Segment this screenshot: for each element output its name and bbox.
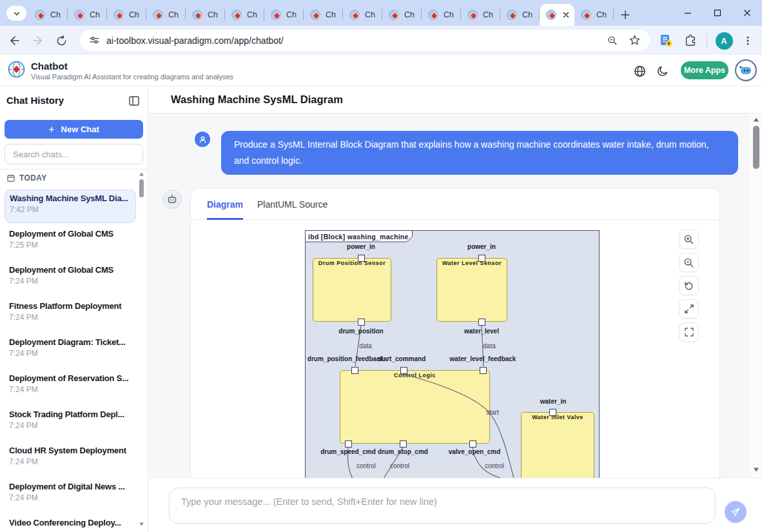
favicon-icon	[35, 10, 45, 20]
more-apps-button[interactable]: More Apps	[681, 61, 728, 79]
forward-button[interactable]	[29, 32, 47, 50]
address-bar[interactable]: ai-toolbox.visual-paradigm.com/app/chatb…	[80, 30, 650, 51]
diagram-port-label: power_in	[467, 243, 496, 250]
browser-tab[interactable]: Ch	[225, 4, 264, 26]
diagram-port	[469, 440, 476, 448]
expand-button[interactable]	[679, 299, 699, 319]
chat-item-title: Washing Machine SysML Dia...	[10, 193, 131, 203]
chat-history-item[interactable]: Cloud HR System Deployment7:24 PM	[5, 442, 136, 476]
bookmark-star-icon[interactable]	[629, 34, 641, 46]
chat-item-time: 7:25 PM	[9, 241, 132, 250]
chat-history-item[interactable]: Deployment of Reservation S...7:24 PM	[5, 370, 136, 404]
browser-tab[interactable]: Ch	[574, 4, 614, 26]
url-text[interactable]: ai-toolbox.visual-paradigm.com/app/chatb…	[106, 35, 607, 46]
minimize-button[interactable]	[673, 0, 703, 26]
browser-tab[interactable]: Ch	[28, 4, 68, 26]
diagram-port	[549, 409, 556, 416]
browser-tab[interactable]: Ch	[186, 4, 225, 26]
diagram-flow-label: data	[359, 342, 371, 350]
browser-tab[interactable]: Ch	[382, 4, 422, 26]
fullscreen-button[interactable]	[679, 322, 699, 342]
scroll-up-icon[interactable]	[753, 117, 759, 123]
diagram-port	[351, 367, 358, 374]
browser-tab[interactable]: Ch	[146, 4, 186, 26]
chat-history-item[interactable]: Washing Machine SysML Dia...7:42 PM	[5, 190, 136, 223]
browser-tab[interactable]: Ch	[461, 4, 500, 26]
zoom-in-button[interactable]	[679, 230, 699, 249]
chat-item-time: 7:42 PM	[10, 205, 131, 214]
message-input[interactable]	[170, 488, 715, 515]
chat-history-item[interactable]: Fitness Platform Deployment7:24 PM	[5, 298, 136, 331]
chat-history-title: Chat History	[6, 95, 64, 106]
calendar-icon	[7, 174, 15, 182]
sidebar-toggle-icon[interactable]	[128, 94, 141, 107]
toolbar-divider	[707, 34, 707, 48]
site-settings-icon[interactable]	[89, 35, 100, 46]
tab-diagram[interactable]: Diagram	[207, 189, 243, 220]
diagram-port	[400, 367, 407, 374]
reload-button[interactable]	[52, 32, 70, 50]
chat-history-item[interactable]: Deployment Diagram: Ticket...7:24 PM	[5, 334, 136, 368]
sidebar-scroll-up-icon[interactable]	[139, 172, 144, 177]
browser-tab[interactable]: Ch	[107, 4, 146, 26]
diagram-port	[358, 255, 365, 262]
chat-item-time: 7:24 PM	[9, 493, 132, 502]
chatbot-widget-icon[interactable]	[735, 59, 757, 81]
diagram-port-label: power_in	[347, 243, 375, 250]
chat-item-title: Video Conferencing Deploy...	[9, 518, 132, 527]
window-controls	[673, 0, 762, 26]
close-window-button[interactable]	[732, 0, 762, 26]
language-globe-icon[interactable]	[632, 64, 647, 78]
browser-menu-icon[interactable]	[739, 32, 757, 50]
favicon-icon	[349, 10, 360, 20]
section-today: TODAY	[7, 173, 47, 182]
send-button[interactable]	[725, 501, 747, 523]
card-tabs: Diagram PlantUML Source	[191, 189, 719, 220]
favicon-icon	[231, 10, 242, 20]
back-button[interactable]	[5, 32, 23, 50]
browser-tab[interactable]: Ch	[343, 4, 382, 26]
browser-tab-active[interactable]	[540, 4, 574, 26]
diagram-port-label: water_level	[464, 328, 499, 335]
search-in-page-icon[interactable]	[607, 35, 618, 46]
diagram-port-label: valve_open_cmd	[449, 448, 501, 455]
chat-history-item[interactable]: Deployment of Digital News ...7:24 PM	[5, 478, 136, 512]
sidebar-scrollbar-thumb[interactable]	[139, 179, 144, 197]
zoom-out-button[interactable]	[679, 253, 699, 272]
search-chats-box[interactable]	[5, 144, 143, 164]
sidebar-scroll-down-icon[interactable]	[139, 522, 144, 527]
chat-item-title: Deployment of Digital News ...	[9, 482, 132, 491]
search-chats-input[interactable]	[5, 144, 142, 164]
user-message-bubble: Produce a SysML Internal Block Diagram t…	[221, 131, 738, 175]
browser-tab[interactable]: Ch	[304, 4, 343, 26]
main-title-bar: Washing Machine SysML Diagram	[149, 86, 762, 113]
browser-tab[interactable]: Ch	[68, 4, 107, 26]
new-tab-button[interactable]	[616, 4, 635, 26]
extensions-icon[interactable]	[681, 32, 699, 50]
reset-view-button[interactable]	[679, 276, 699, 295]
dark-mode-moon-icon[interactable]	[656, 64, 670, 78]
chat-history-item[interactable]: Video Conferencing Deploy...	[5, 515, 136, 532]
new-chat-button[interactable]: + New Chat	[5, 120, 143, 139]
chat-history-item[interactable]: Deployment of Global CMS7:24 PM	[5, 262, 136, 295]
message-input-box[interactable]	[169, 488, 716, 524]
tab-search-button[interactable]	[6, 6, 26, 21]
diagram-port	[480, 367, 487, 374]
chat-history-item[interactable]: Stock Trading Platform Depl...7:24 PM	[5, 406, 136, 440]
browser-tab[interactable]: Ch	[500, 4, 540, 26]
profile-avatar[interactable]: A	[715, 32, 733, 50]
assistant-response-card: Diagram PlantUML Source ibd [Block] wash…	[190, 188, 720, 478]
maximize-button[interactable]	[703, 0, 732, 26]
reading-list-icon[interactable]	[657, 32, 675, 50]
browser-tab[interactable]: Ch	[422, 4, 461, 26]
tab-close-icon[interactable]	[563, 12, 569, 18]
chat-item-time: 7:24 PM	[9, 313, 132, 322]
scroll-down-icon[interactable]	[753, 467, 759, 473]
tab-plantuml-source[interactable]: PlantUML Source	[257, 189, 327, 220]
chat-history-item[interactable]: Deployment of Global CMS7:25 PM	[5, 226, 136, 259]
main-scrollbar[interactable]	[750, 113, 762, 478]
main-scrollbar-thumb[interactable]	[753, 126, 759, 169]
browser-tab[interactable]: Ch	[264, 4, 304, 26]
diagram-flow-label: start	[486, 409, 498, 416]
diagram-port	[358, 319, 365, 326]
